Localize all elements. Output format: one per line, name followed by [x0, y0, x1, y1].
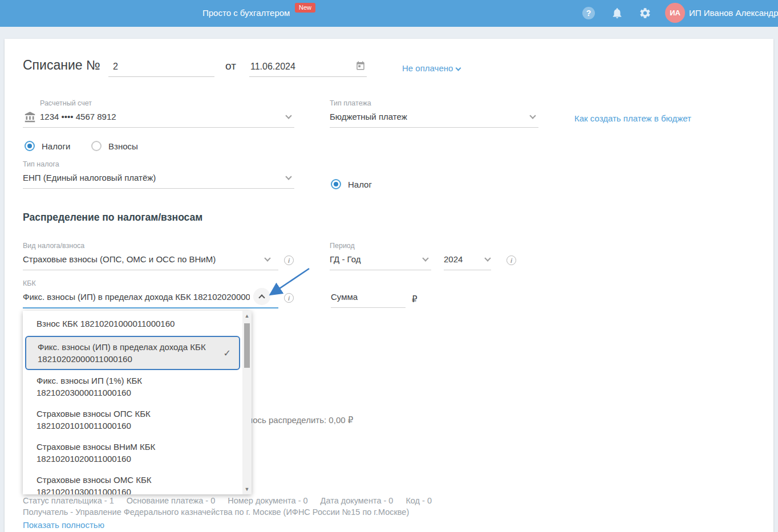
- kbk-option[interactable]: Страховые взносы ОМС КБК 182102010300110…: [23, 469, 242, 494]
- bell-icon: [611, 7, 623, 19]
- payment-type-label: Тип платежа: [330, 99, 538, 108]
- chevron-down-icon[interactable]: [484, 255, 491, 261]
- account-select[interactable]: Расчетный счет 1234 •••• 4567 8912: [23, 99, 294, 128]
- status-badge: Не оплачено: [402, 63, 453, 73]
- radio-tax[interactable]: Налог: [331, 179, 372, 189]
- kbk-label: КБК: [23, 279, 278, 288]
- notifications-button[interactable]: [609, 5, 625, 21]
- section-title: Распределение по налогам/взносам: [23, 212, 202, 224]
- kbk-option[interactable]: Взнос КБК 18210201000011000160: [23, 311, 242, 336]
- info-icon[interactable]: i: [284, 255, 294, 265]
- radio-contributions-label: Взносы: [108, 141, 138, 151]
- scrollbar[interactable]: ▲ ▼: [242, 311, 252, 494]
- year-select[interactable]: 2024: [444, 254, 491, 270]
- tax-type-label: Тип налога: [23, 160, 294, 169]
- period-value: ГД - Год: [330, 254, 418, 265]
- scroll-up-icon[interactable]: ▲: [242, 313, 252, 319]
- document-number-info: Номер документа - 0: [228, 496, 307, 505]
- amount-placeholder: Сумма: [331, 291, 406, 302]
- radio-taxes-label: Налоги: [42, 141, 70, 151]
- info-icon[interactable]: i: [284, 293, 294, 303]
- year-value: 2024: [444, 254, 477, 265]
- page-title: Списание №: [23, 58, 100, 73]
- recipient-line: Получатель - Управление Федерального каз…: [23, 507, 409, 517]
- radio-tax-label: Налог: [348, 180, 372, 189]
- kbk-option[interactable]: Страховые взносы ВНиМ КБК 18210201020011…: [23, 436, 242, 469]
- kbk-option[interactable]: Фикс. взносы ИП (1%) КБК 182102030000110…: [23, 370, 242, 403]
- date-input[interactable]: 11.06.2024: [249, 58, 367, 77]
- chevron-down-icon: [456, 66, 461, 71]
- tax-type-value: ЕНП (Единый налоговый платёж): [23, 172, 281, 183]
- new-badge: New: [295, 3, 315, 13]
- top-navigation-bar: Просто с бухгалтером New ? ИА ИП Иванов …: [0, 0, 778, 27]
- kbk-dropdown-list: Взнос КБК 18210201000011000160 Фикс. взн…: [23, 311, 252, 494]
- help-button[interactable]: ?: [581, 5, 597, 21]
- document-number-value: 2: [113, 62, 118, 71]
- radio-selected-icon[interactable]: [25, 141, 35, 151]
- tax-type-select[interactable]: Тип налога ЕНП (Единый налоговый платёж): [23, 160, 294, 189]
- tax-kind-label: Вид налога/взноса: [23, 241, 278, 250]
- date-preposition: от: [225, 60, 236, 72]
- payment-status-dropdown[interactable]: Не оплачено: [402, 63, 460, 73]
- account-label: Расчетный счет: [40, 99, 294, 108]
- code-info: Код - 0: [406, 496, 432, 505]
- user-name[interactable]: ИП Иванов Александр: [689, 8, 778, 18]
- document-number-input[interactable]: 2: [108, 58, 214, 77]
- kbk-option[interactable]: Страховые взносы ОПС КБК 182102010100110…: [23, 403, 242, 436]
- question-icon: ?: [582, 7, 595, 19]
- document-date-info: Дата документа - 0: [321, 496, 394, 505]
- radio-taxes[interactable]: Налоги: [25, 141, 70, 151]
- period-select[interactable]: Период ГД - Год: [330, 241, 431, 270]
- amount-input[interactable]: Сумма: [331, 291, 406, 308]
- scrollbar-thumb[interactable]: [244, 323, 250, 368]
- settings-button[interactable]: [637, 5, 653, 21]
- info-icon[interactable]: i: [506, 255, 516, 265]
- avatar[interactable]: ИА: [665, 3, 685, 23]
- kbk-value: Фикс. взносы (ИП) в пределах дохода КБК …: [23, 291, 250, 302]
- show-more-link[interactable]: Показать полностью: [23, 520, 104, 530]
- payment-basis: Основание платежа - 0: [127, 496, 216, 505]
- topbar-title[interactable]: Просто с бухгалтером: [202, 8, 290, 18]
- tax-kind-select[interactable]: Вид налога/взноса Страховые взносы (ОПС,…: [23, 241, 278, 270]
- chevron-down-icon[interactable]: [285, 112, 291, 119]
- document-card: Списание № 2 от 11.06.2024 Не оплачено Р…: [5, 39, 773, 532]
- check-icon: ✓: [224, 347, 231, 359]
- chevron-up-icon: [258, 294, 265, 300]
- calendar-icon[interactable]: [355, 60, 366, 73]
- currency-symbol: ₽: [412, 294, 418, 304]
- how-to-create-budget-payment-link[interactable]: Как создать платеж в бюджет: [574, 113, 691, 123]
- chevron-down-icon[interactable]: [529, 112, 536, 119]
- scroll-down-icon[interactable]: ▼: [242, 486, 252, 492]
- payment-type-select[interactable]: Тип платежа Бюджетный платеж: [330, 99, 538, 128]
- radio-selected-icon[interactable]: [331, 179, 341, 189]
- account-value: 1234 •••• 4567 8912: [40, 111, 281, 122]
- payer-status: Статус плательщика - 1: [23, 496, 114, 505]
- date-value: 11.06.2024: [250, 62, 295, 71]
- payment-details-line: Статус плательщика - 1 Основание платежа…: [23, 496, 432, 505]
- tax-kind-value: Страховые взносы (ОПС, ОМС и ОСС по ВНиМ…: [23, 254, 265, 265]
- kbk-option-text: Фикс. взносы (ИП) в пределах дохода КБК …: [38, 342, 206, 364]
- radio-unselected-icon[interactable]: [91, 141, 102, 151]
- gear-icon: [639, 7, 651, 19]
- radio-contributions[interactable]: Взносы: [91, 141, 138, 151]
- period-label: Период: [330, 241, 431, 250]
- collapse-dropdown-button[interactable]: [253, 288, 270, 305]
- app-window: Просто с бухгалтером New ? ИА ИП Иванов …: [0, 0, 778, 532]
- chevron-down-icon[interactable]: [285, 173, 291, 180]
- chevron-down-icon[interactable]: [422, 255, 428, 261]
- chevron-down-icon[interactable]: [264, 255, 270, 261]
- payment-type-value: Бюджетный платеж: [330, 111, 525, 122]
- bank-icon: [24, 111, 36, 125]
- kbk-option-selected[interactable]: Фикс. взносы (ИП) в пределах дохода КБК …: [25, 336, 240, 370]
- kbk-select[interactable]: КБК Фикс. взносы (ИП) в пределах дохода …: [23, 279, 278, 308]
